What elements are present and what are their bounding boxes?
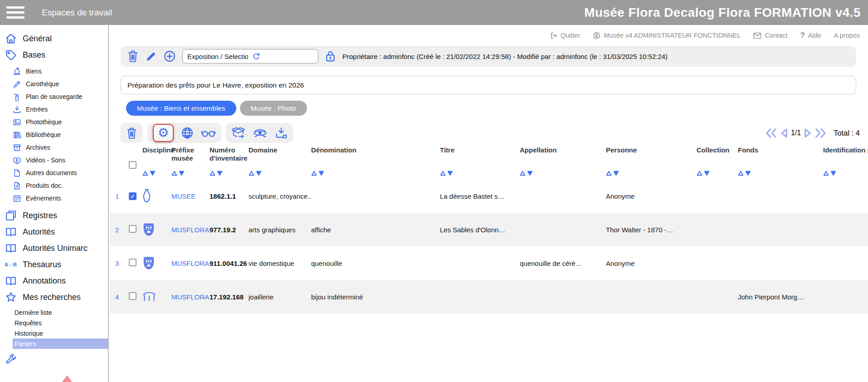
row-checkbox[interactable] bbox=[129, 292, 137, 300]
column-header-denomination[interactable]: Dénomination bbox=[311, 146, 440, 176]
sidebar-item-entrees[interactable]: Entrées bbox=[0, 103, 108, 116]
sidebar-item-phototheque[interactable]: Photothèque bbox=[0, 116, 108, 128]
add-basket-button[interactable] bbox=[163, 50, 176, 63]
record-link[interactable]: MUSFLORA bbox=[171, 293, 210, 301]
sidebar-item-videos-sons[interactable]: Vidéos - Sons bbox=[0, 154, 108, 167]
sort-arrows-icon[interactable] bbox=[697, 171, 735, 176]
publish-web-button[interactable] bbox=[181, 127, 194, 139]
table-row[interactable]: 1 ✓ MUSEE 1862.1.1 sculpture, croyance… … bbox=[110, 179, 868, 213]
record-link[interactable]: MUSFLORA bbox=[171, 226, 210, 234]
sort-arrows-icon[interactable] bbox=[738, 171, 820, 176]
previous-page-icon[interactable] bbox=[780, 128, 788, 138]
tab-photo[interactable]: Musée : Photo bbox=[240, 101, 307, 116]
sidebar-item-derniere-liste[interactable]: Dernière liste bbox=[0, 307, 108, 318]
column-header-fonds[interactable]: Fonds bbox=[738, 146, 823, 176]
sidebar-item-mes-recherches[interactable]: Mes recherches bbox=[0, 289, 108, 305]
padlock-icon[interactable] bbox=[325, 50, 336, 63]
sidebar-item-plan-de-sauvegarde[interactable]: Plan de sauvegarde bbox=[0, 90, 108, 103]
open-book-icon bbox=[5, 242, 17, 254]
last-page-icon[interactable] bbox=[815, 128, 826, 138]
table-row[interactable]: 4 MUSFLORA 17.192.168 joaillerie bijou i… bbox=[110, 280, 868, 313]
export-box-button[interactable] bbox=[231, 127, 245, 140]
basket-selector[interactable]: Exposition / Selection pour le havre bbox=[182, 49, 318, 64]
column-header-personne[interactable]: Personne bbox=[606, 146, 697, 176]
sort-arrows-icon[interactable] bbox=[171, 171, 207, 176]
row-number-link[interactable]: 4 bbox=[115, 293, 129, 301]
sort-arrows-icon[interactable] bbox=[249, 171, 308, 176]
column-header-numero-inventaire[interactable]: Numéro d'inventaire bbox=[210, 146, 249, 176]
horus-eye-button[interactable] bbox=[253, 127, 268, 139]
sidebar-item-carotheque[interactable]: Carothèque bbox=[0, 78, 108, 90]
column-header-titre[interactable]: Titre bbox=[440, 146, 520, 176]
sidebar-item-paniers[interactable]: Paniers bbox=[13, 338, 109, 349]
contact-button[interactable]: Contact bbox=[753, 32, 787, 39]
sort-arrows-icon[interactable] bbox=[311, 171, 437, 176]
basket-description-input[interactable]: Préparation des prêts pour Le Havre, exp… bbox=[121, 76, 856, 94]
column-header-identification-parent[interactable]: Identification parent bbox=[823, 146, 868, 176]
sort-arrows-icon[interactable] bbox=[142, 171, 169, 176]
produits-doc-icon bbox=[12, 181, 21, 190]
sidebar-item-thesaurus[interactable]: A↓↑B Thesaurus bbox=[0, 256, 108, 273]
column-header-domaine[interactable]: Domaine bbox=[249, 146, 311, 176]
personne-cell: Anonyme bbox=[606, 192, 697, 200]
edit-basket-button[interactable] bbox=[145, 50, 157, 62]
sidebar-item-biens[interactable]: Biens bbox=[0, 65, 108, 78]
row-checkbox[interactable] bbox=[129, 259, 137, 266]
sort-arrows-icon[interactable] bbox=[823, 171, 868, 176]
row-number-link[interactable]: 1 bbox=[115, 192, 129, 200]
hamburger-menu-icon[interactable] bbox=[6, 6, 24, 19]
select-all-checkbox[interactable] bbox=[129, 161, 137, 169]
record-link[interactable]: MUSEE bbox=[171, 192, 210, 200]
sidebar-item-autorites-unimarc[interactable]: Autorités Unimarc bbox=[0, 240, 108, 256]
first-page-icon[interactable] bbox=[766, 128, 777, 138]
sidebar-item-autorites[interactable]: Autorités bbox=[0, 224, 108, 240]
delete-selection-button[interactable] bbox=[126, 127, 137, 139]
refresh-icon[interactable] bbox=[253, 53, 313, 60]
domaine-cell: arts graphiques bbox=[249, 226, 311, 234]
row-number-link[interactable]: 2 bbox=[115, 226, 129, 234]
delete-basket-button[interactable] bbox=[127, 50, 139, 63]
preview-glasses-button[interactable] bbox=[201, 128, 216, 138]
row-number-link[interactable]: 3 bbox=[115, 260, 129, 267]
quit-label: Quitter bbox=[561, 32, 580, 39]
sidebar-item-evenements[interactable]: Evènements bbox=[0, 192, 108, 205]
sidebar-item-produits-doc[interactable]: Produits doc. bbox=[0, 179, 108, 192]
sort-arrows-icon[interactable] bbox=[520, 171, 603, 176]
table-row[interactable]: 2 MUSFLORA 977.19.2 arts graphiques affi… bbox=[110, 213, 868, 246]
tab-biens-et-ensembles[interactable]: Musée : Biens et ensembles bbox=[126, 101, 236, 116]
sidebar-item-bases[interactable]: Bases bbox=[0, 47, 108, 63]
help-button[interactable]: ? Aide bbox=[800, 31, 821, 40]
row-checkbox[interactable] bbox=[129, 225, 137, 233]
table-row[interactable]: 3 MUSFLORA 911.0041.26 vie domestique qu… bbox=[110, 246, 868, 280]
settings-button[interactable]: ⚙ bbox=[153, 124, 174, 142]
column-header-prefixe-musee[interactable]: Préfixe musée bbox=[171, 146, 210, 176]
download-button[interactable] bbox=[275, 127, 288, 139]
sidebar-item-requetes[interactable]: Requêtes bbox=[0, 318, 108, 328]
autres-documents-icon bbox=[12, 169, 21, 177]
sidebar-item-label: Général bbox=[23, 34, 52, 44]
column-header-appellation[interactable]: Appellation bbox=[520, 146, 606, 176]
row-checkbox[interactable]: ✓ bbox=[129, 192, 137, 200]
sidebar-item-bibliotheque[interactable]: Bibliothèque bbox=[0, 128, 108, 141]
sort-arrows-icon[interactable] bbox=[440, 171, 517, 176]
sidebar-item-general[interactable]: Général bbox=[0, 30, 108, 47]
scroll-up-hint-icon[interactable] bbox=[60, 375, 74, 382]
sort-arrows-icon[interactable] bbox=[606, 171, 694, 176]
sidebar-item-historique[interactable]: Historique bbox=[0, 328, 108, 338]
workspace-label[interactable]: Espaces de travail bbox=[42, 8, 112, 18]
sidebar-item-registres[interactable]: Registres bbox=[0, 207, 108, 224]
quit-button[interactable]: Quitter bbox=[550, 32, 580, 39]
current-user[interactable]: Musée v4 ADMINISTRATEUR FONCTIONNEL bbox=[593, 32, 741, 39]
record-link[interactable]: MUSFLORA bbox=[171, 260, 210, 267]
sidebar-item-archives[interactable]: Archives bbox=[0, 141, 108, 154]
column-header-discipline[interactable]: Discipline bbox=[142, 146, 171, 176]
domaine-cell: sculpture, croyance… bbox=[249, 192, 311, 200]
sidebar-item-autres-documents[interactable]: Autres documents bbox=[0, 167, 108, 179]
sidebar-item-annotations[interactable]: Annotations bbox=[0, 273, 108, 289]
column-header-collection[interactable]: Collection bbox=[697, 146, 738, 176]
user-label: Musée v4 ADMINISTRATEUR FONCTIONNEL bbox=[604, 32, 741, 39]
about-button[interactable]: A propos bbox=[834, 32, 860, 39]
sort-arrows-icon[interactable] bbox=[210, 171, 246, 176]
sidebar-item-outils[interactable] bbox=[0, 352, 108, 368]
next-page-icon[interactable] bbox=[804, 128, 812, 138]
